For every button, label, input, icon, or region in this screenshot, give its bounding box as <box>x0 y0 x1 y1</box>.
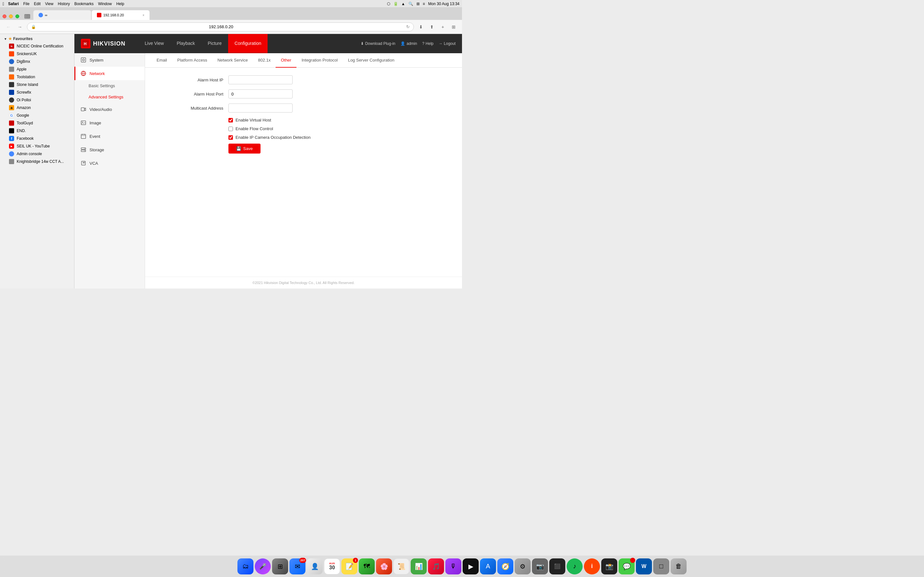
favourites-section[interactable]: ▼ ★ Favourites <box>0 34 74 42</box>
sidebar-item-google[interactable]: G Google <box>0 111 74 119</box>
tabs-overview-button[interactable]: ⊞ <box>449 23 458 31</box>
favicon-apple <box>9 67 14 72</box>
sidebar-item-digbmx[interactable]: DigBmx <box>0 58 74 65</box>
menu-window[interactable]: Window <box>98 2 112 6</box>
menu-safari[interactable]: Safari <box>8 2 19 6</box>
alarm-host-port-input[interactable] <box>228 89 292 98</box>
sidebar-toggle[interactable] <box>24 14 30 19</box>
sidebar-label-amazon: Amazon <box>17 105 31 110</box>
sidebar-event[interactable]: Event <box>74 129 145 143</box>
tab-email[interactable]: Email <box>152 53 172 68</box>
sidebar-item-oi-polloi[interactable]: Oi Polloi <box>0 96 74 104</box>
enable-virtual-host-checkbox[interactable] <box>228 118 233 122</box>
multicast-address-input[interactable] <box>228 103 292 113</box>
sidebar-vca[interactable]: VCA <box>74 156 145 170</box>
network-icon <box>81 71 86 76</box>
alarm-host-ip-input[interactable] <box>228 75 292 84</box>
tab-active[interactable]: 192.168.0.20 × <box>92 10 150 20</box>
notification-icon[interactable]: ≡ <box>423 2 425 6</box>
new-tab-button[interactable]: + <box>438 23 447 31</box>
favicon-google: G <box>9 113 14 118</box>
sidebar-item-admin[interactable]: Admin console <box>0 150 74 158</box>
hikvision-footer: ©2021 Hikvision Digital Technology Co., … <box>145 277 462 288</box>
sidebar-item-stone-island[interactable]: Stone Island <box>0 81 74 89</box>
sidebar-item-snickers[interactable]: SnickersUK <box>0 50 74 58</box>
enable-virtual-host-label[interactable]: Enable Virtual Host <box>236 118 271 122</box>
minimize-button[interactable] <box>9 15 13 18</box>
menu-view[interactable]: View <box>45 2 53 6</box>
logout-icon: → <box>439 41 443 46</box>
sidebar-item-youtube[interactable]: ▶ SEIL UK - YouTube <box>0 142 74 150</box>
sidebar-item-screwfix[interactable]: Screwfix <box>0 89 74 96</box>
tab-network-service[interactable]: Network Service <box>212 53 253 68</box>
multicast-address-label: Multicast Address <box>153 106 223 111</box>
system-icon <box>81 57 86 63</box>
enable-ip-camera-checkbox[interactable] <box>228 135 233 140</box>
close-button[interactable] <box>3 15 6 18</box>
menu-file[interactable]: File <box>23 2 29 6</box>
apple-menu[interactable]:  <box>3 1 4 6</box>
nav-configuration[interactable]: Configuration <box>228 34 268 53</box>
sidebar-video-audio[interactable]: Video/Audio <box>74 103 145 116</box>
favicon-oi-polloi <box>9 97 14 103</box>
download-button[interactable]: ⬇ <box>417 23 425 31</box>
sidebar-label-end: END. <box>17 129 26 133</box>
tab-other[interactable]: Other <box>276 53 296 68</box>
forward-button[interactable]: → <box>15 23 24 31</box>
sidebar-storage[interactable]: Storage <box>74 143 145 156</box>
sidebar-item-amazon[interactable]: a Amazon <box>0 104 74 111</box>
admin-btn[interactable]: 👤 admin <box>401 41 417 46</box>
save-label: Save <box>243 146 253 151</box>
search-icon[interactable]: 🔍 <box>409 2 413 6</box>
sidebar-item-end[interactable]: END. <box>0 127 74 135</box>
multicast-address-row: Multicast Address <box>153 103 454 113</box>
sidebar-basic-settings-label: Basic Settings <box>89 83 115 88</box>
safari-sidebar: ▼ ★ Favourites N NICEIC Online Certifica… <box>0 34 74 288</box>
enable-flow-control-checkbox[interactable] <box>228 127 233 131</box>
tab-close-button[interactable]: × <box>142 13 144 17</box>
tab-platform-access[interactable]: Platform Access <box>172 53 212 68</box>
sidebar-image[interactable]: Image <box>74 116 145 129</box>
back-button[interactable]: ← <box>4 23 13 31</box>
tab-inactive[interactable]: ∞ <box>33 10 91 20</box>
save-button[interactable]: 💾 Save <box>228 143 260 153</box>
address-bar[interactable]: 🔒 ↻ <box>27 23 414 31</box>
menu-help[interactable]: Help <box>116 2 124 6</box>
sidebar-item-apple[interactable]: Apple <box>0 65 74 73</box>
sidebar-item-niceic[interactable]: N NICEIC Online Certification <box>0 42 74 50</box>
admin-icon: 👤 <box>401 41 405 46</box>
download-plugin-btn[interactable]: ⬇ Download Plug-in <box>360 41 395 46</box>
logout-btn[interactable]: → Logout <box>439 41 456 46</box>
sidebar-item-facebook[interactable]: f Facebook <box>0 135 74 142</box>
menu-history[interactable]: History <box>58 2 69 6</box>
favicon-youtube: ▶ <box>9 143 14 149</box>
nav-picture[interactable]: Picture <box>202 34 228 53</box>
menu-edit[interactable]: Edit <box>34 2 41 6</box>
maximize-button[interactable] <box>15 15 19 18</box>
nav-playback[interactable]: Playback <box>170 34 202 53</box>
sidebar-advanced-settings[interactable]: Advanced Settings <box>74 91 145 103</box>
svg-text:H: H <box>84 42 87 46</box>
control-center-icon[interactable]: ⊞ <box>417 2 420 6</box>
sidebar-label-stone-island: Stone Island <box>17 82 38 87</box>
menu-bookmarks[interactable]: Bookmarks <box>74 2 94 6</box>
address-input[interactable] <box>39 24 404 29</box>
nav-right-buttons: ⬇ ⬆ + ⊞ <box>417 23 458 31</box>
sidebar-basic-settings[interactable]: Basic Settings <box>74 80 145 91</box>
tab-integration-protocol[interactable]: Integration Protocol <box>296 53 343 68</box>
sidebar-item-toolguyd[interactable]: ToolGuyd <box>0 119 74 127</box>
sidebar-item-toolstation[interactable]: Toolstation <box>0 73 74 81</box>
sidebar-network[interactable]: Network <box>74 67 145 80</box>
sidebar-vca-label: VCA <box>89 161 98 166</box>
share-button[interactable]: ⬆ <box>427 23 436 31</box>
tab-802-1x[interactable]: 802.1x <box>253 53 276 68</box>
enable-ip-camera-label[interactable]: Enable IP Camera Occupation Detection <box>236 135 310 140</box>
favicon-snickers <box>9 51 14 56</box>
nav-live-view[interactable]: Live View <box>138 34 170 53</box>
sidebar-system[interactable]: System <box>74 53 145 67</box>
help-btn[interactable]: ? Help <box>422 41 433 46</box>
tab-log-server-config[interactable]: Log Server Configuration <box>343 53 400 68</box>
enable-flow-control-label[interactable]: Enable Flow Control <box>236 126 273 131</box>
reload-button[interactable]: ↻ <box>406 24 410 29</box>
sidebar-item-knight[interactable]: Knightsbridge 14w CCT A... <box>0 158 74 165</box>
